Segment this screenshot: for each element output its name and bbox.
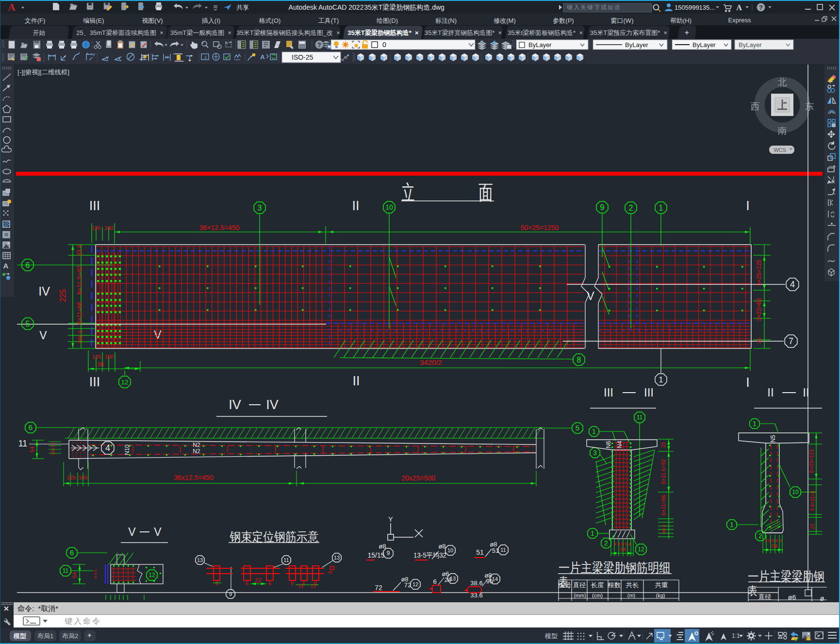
svg-text:2: 2: [758, 532, 762, 540]
svg-text:11: 11: [637, 414, 643, 421]
svg-text:8×11.5=92: 8×11.5=92: [76, 265, 83, 295]
svg-text:(m): (m): [627, 593, 636, 598]
svg-text:一片主梁梁肋钢筋明细: 一片主梁梁肋钢筋明细: [559, 561, 670, 575]
svg-text:23: 23: [661, 442, 666, 448]
svg-text:编号: 编号: [559, 581, 572, 589]
svg-text:V: V: [154, 329, 162, 341]
svg-text:直径: 直径: [573, 581, 586, 589]
svg-text:(mm): (mm): [574, 593, 586, 598]
svg-text:V: V: [39, 329, 47, 342]
svg-text:1: 1: [592, 428, 596, 435]
svg-text:3: 3: [593, 449, 597, 457]
svg-text:54: 54: [772, 543, 777, 549]
svg-text:54: 54: [620, 546, 626, 552]
svg-text:3×22=66: 3×22=66: [756, 298, 762, 321]
svg-text:1: 1: [591, 529, 594, 537]
svg-text:II: II: [352, 198, 359, 213]
svg-text:Y: Y: [388, 515, 393, 523]
svg-text:33.6: 33.6: [470, 592, 482, 599]
svg-text:模型: 模型: [544, 632, 558, 640]
svg-text:7: 7: [789, 336, 793, 346]
svg-text:9: 9: [600, 203, 605, 212]
svg-text:6: 6: [70, 548, 74, 557]
svg-text:南: 南: [778, 126, 787, 136]
svg-text:WCS: WCS: [774, 147, 786, 153]
svg-text:38: 38: [97, 361, 104, 368]
svg-text:1: 1: [753, 420, 757, 428]
svg-text:22: 22: [255, 577, 262, 584]
svg-text:6: 6: [246, 581, 248, 586]
svg-text:2: 2: [629, 204, 633, 212]
svg-text:5: 5: [576, 424, 579, 432]
svg-text:V: V: [128, 526, 136, 538]
svg-text:4: 4: [790, 280, 795, 289]
svg-text:23: 23: [810, 524, 815, 529]
svg-text:6×11=66: 6×11=66: [76, 301, 83, 324]
svg-text:IV: IV: [38, 284, 50, 298]
svg-text:根数: 根数: [607, 581, 621, 589]
svg-text:11: 11: [283, 557, 289, 563]
svg-text:4 5 6 5 4: 4 5 6 5 4: [764, 538, 781, 543]
svg-text:[-][俯视][二维线框]: [-][俯视][二维线框]: [17, 68, 69, 76]
svg-text:12: 12: [121, 379, 128, 386]
svg-text:12: 12: [148, 572, 155, 578]
svg-text:51: 51: [476, 548, 484, 556]
svg-text:6×11=66: 6×11=66: [660, 495, 666, 516]
svg-text:8×11.5=92: 8×11.5=92: [660, 459, 666, 484]
svg-text:共重: 共重: [655, 581, 668, 589]
svg-text:IV: IV: [229, 397, 241, 412]
svg-text:125: 125: [92, 354, 101, 360]
svg-text:8: 8: [577, 356, 581, 364]
svg-text:15/15: 15/15: [367, 551, 384, 559]
svg-text:(kg): (kg): [656, 593, 665, 598]
svg-text:5: 5: [26, 320, 30, 328]
svg-text:38.6: 38.6: [470, 579, 482, 587]
svg-text:长度: 长度: [591, 581, 604, 589]
svg-text:88 3: 88 3: [661, 525, 666, 533]
svg-text:N5: N5: [770, 435, 776, 443]
svg-text:立: 立: [402, 181, 415, 204]
svg-text:25: 25: [757, 338, 762, 344]
svg-text:面: 面: [478, 181, 493, 204]
svg-text:表: 表: [748, 584, 758, 597]
svg-text:II: II: [352, 374, 360, 388]
svg-text:6: 6: [215, 581, 218, 586]
svg-text:6: 6: [328, 571, 333, 574]
svg-text:72: 72: [375, 584, 382, 592]
svg-text:N4: N4: [616, 441, 623, 448]
svg-text:54: 54: [29, 446, 35, 452]
svg-text:ø8: ø8: [379, 543, 386, 550]
svg-text:2: 2: [604, 539, 608, 547]
svg-text:100: 100: [105, 354, 114, 360]
svg-text:36x12.5=450: 36x12.5=450: [174, 474, 214, 481]
svg-text:54: 54: [71, 572, 77, 578]
svg-text:N2: N2: [193, 442, 200, 448]
svg-text:N6: N6: [605, 441, 612, 448]
svg-text:钢束定位钢筋示意: 钢束定位钢筋示意: [230, 529, 319, 544]
svg-text:8 8 8: 8 8 8: [93, 570, 98, 578]
svg-text:13: 13: [450, 576, 456, 581]
svg-text:ø6: ø6: [788, 594, 796, 601]
svg-text:150 54: 150 54: [50, 442, 55, 456]
svg-text:11: 11: [310, 583, 315, 589]
svg-text:3 6×11=6: 3 6×11=6: [810, 491, 815, 511]
svg-text:225: 225: [59, 289, 67, 302]
svg-text:9: 9: [387, 550, 390, 557]
svg-text:11: 11: [18, 439, 28, 448]
svg-text:10: 10: [385, 203, 393, 211]
svg-text:III: III: [644, 386, 654, 399]
svg-text:13: 13: [334, 555, 340, 561]
svg-text:N10: N10: [124, 445, 131, 455]
svg-text:III: III: [89, 198, 100, 213]
svg-text:6×23=115: 6×23=115: [808, 449, 814, 473]
svg-text:788 3: 788 3: [77, 330, 83, 344]
svg-text:12: 12: [412, 581, 418, 587]
svg-text:III: III: [89, 375, 100, 389]
svg-text:1: 1: [659, 376, 663, 384]
svg-text:20x25=500: 20x25=500: [401, 474, 435, 482]
svg-text:10: 10: [447, 547, 453, 553]
svg-text:I: I: [746, 375, 750, 390]
svg-text:3420/2: 3420/2: [420, 358, 442, 366]
svg-text:I: I: [746, 198, 750, 213]
svg-text:3: 3: [258, 204, 262, 212]
